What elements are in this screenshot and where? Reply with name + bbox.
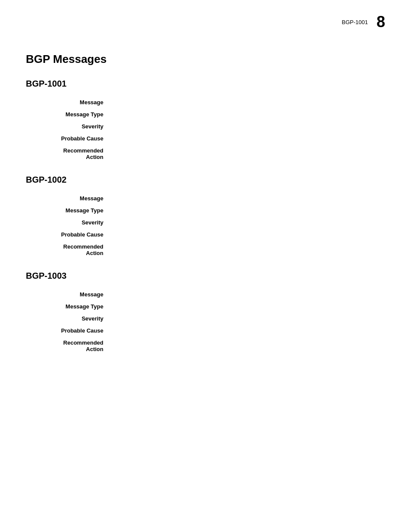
field-label-bgp-1001-0: Message xyxy=(26,97,112,109)
field-row-bgp-1003-2: Severity xyxy=(26,314,385,326)
field-label-bgp-1002-1: Message Type xyxy=(26,205,112,218)
section-title-bgp-1002: BGP-1002 xyxy=(26,175,385,185)
field-value-bgp-1001-4 xyxy=(112,146,385,162)
field-row-bgp-1003-3: Probable Cause xyxy=(26,326,385,338)
field-row-bgp-1001-2: Severity xyxy=(26,121,385,134)
field-label-bgp-1002-0: Message xyxy=(26,193,112,205)
section-title-bgp-1003: BGP-1003 xyxy=(26,271,385,281)
field-row-bgp-1001-1: Message Type xyxy=(26,109,385,121)
field-value-bgp-1002-4 xyxy=(112,242,385,258)
page-title: BGP Messages xyxy=(26,53,385,66)
field-row-bgp-1002-0: Message xyxy=(26,193,385,205)
section-bgp-1001: BGP-1001MessageMessage TypeSeverityProba… xyxy=(26,79,385,162)
field-value-bgp-1003-2 xyxy=(112,314,385,326)
field-row-bgp-1001-4: RecommendedAction xyxy=(26,146,385,162)
field-row-bgp-1002-3: Probable Cause xyxy=(26,230,385,242)
field-label-bgp-1001-1: Message Type xyxy=(26,109,112,121)
field-value-bgp-1003-3 xyxy=(112,326,385,338)
field-label-bgp-1003-2: Severity xyxy=(26,314,112,326)
field-row-bgp-1001-0: Message xyxy=(26,97,385,109)
page-content: BGP Messages BGP-1001MessageMessage Type… xyxy=(0,35,411,393)
field-value-bgp-1002-0 xyxy=(112,193,385,205)
field-row-bgp-1003-0: Message xyxy=(26,289,385,302)
page-header: BGP-1001 8 xyxy=(0,0,411,35)
section-title-bgp-1001: BGP-1001 xyxy=(26,79,385,89)
field-label-bgp-1001-3: Probable Cause xyxy=(26,134,112,146)
field-value-bgp-1003-4 xyxy=(112,338,385,354)
field-value-bgp-1002-2 xyxy=(112,218,385,230)
field-value-bgp-1001-3 xyxy=(112,134,385,146)
field-label-bgp-1003-1: Message Type xyxy=(26,302,112,314)
field-value-bgp-1001-2 xyxy=(112,121,385,134)
field-label-bgp-1002-3: Probable Cause xyxy=(26,230,112,242)
field-row-bgp-1002-4: RecommendedAction xyxy=(26,242,385,258)
field-value-bgp-1001-1 xyxy=(112,109,385,121)
field-label-bgp-1001-4: RecommendedAction xyxy=(26,146,112,162)
field-label-bgp-1003-3: Probable Cause xyxy=(26,326,112,338)
field-value-bgp-1001-0 xyxy=(112,97,385,109)
field-row-bgp-1002-2: Severity xyxy=(26,218,385,230)
field-row-bgp-1002-1: Message Type xyxy=(26,205,385,218)
field-label-bgp-1003-4: RecommendedAction xyxy=(26,338,112,354)
field-label-bgp-1002-2: Severity xyxy=(26,218,112,230)
field-label-bgp-1003-0: Message xyxy=(26,289,112,302)
section-bgp-1003: BGP-1003MessageMessage TypeSeverityProba… xyxy=(26,271,385,354)
field-row-bgp-1001-3: Probable Cause xyxy=(26,134,385,146)
field-value-bgp-1003-1 xyxy=(112,302,385,314)
field-label-bgp-1001-2: Severity xyxy=(26,121,112,134)
field-label-bgp-1002-4: RecommendedAction xyxy=(26,242,112,258)
field-value-bgp-1002-3 xyxy=(112,230,385,242)
field-row-bgp-1003-1: Message Type xyxy=(26,302,385,314)
field-value-bgp-1002-1 xyxy=(112,205,385,218)
sections-container: BGP-1001MessageMessage TypeSeverityProba… xyxy=(26,79,385,354)
header-page-number: 8 xyxy=(377,13,385,31)
section-bgp-1002: BGP-1002MessageMessage TypeSeverityProba… xyxy=(26,175,385,258)
field-value-bgp-1003-0 xyxy=(112,289,385,302)
header-code: BGP-1001 xyxy=(342,19,368,25)
field-row-bgp-1003-4: RecommendedAction xyxy=(26,338,385,354)
